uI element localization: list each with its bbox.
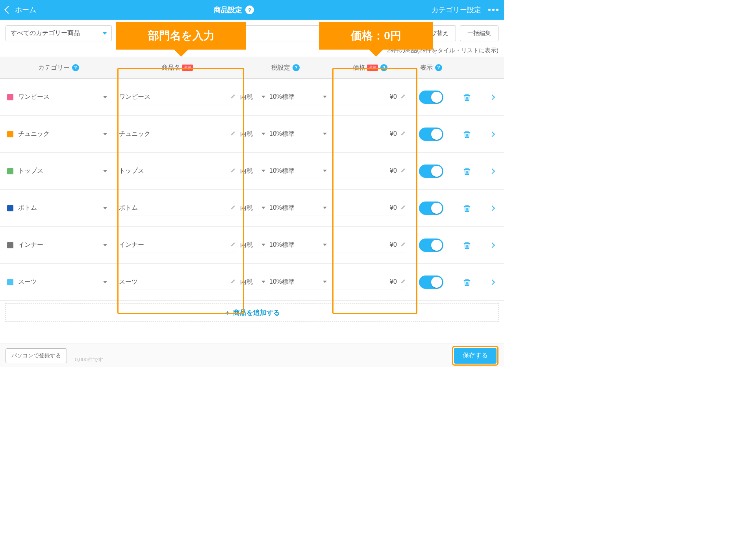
category-cell[interactable]: スーツ (0, 278, 114, 286)
product-name-input[interactable]: インナー (119, 237, 235, 253)
display-toggle[interactable] (419, 165, 443, 178)
required-badge: 必須 (367, 65, 378, 71)
trash-icon[interactable] (463, 241, 471, 250)
tax-rate-select[interactable]: 10%標準 (269, 274, 331, 290)
chevron-down-icon (103, 133, 107, 135)
back-label: ホーム (15, 5, 36, 15)
price-input[interactable]: ¥0 (335, 126, 406, 142)
pencil-icon (230, 168, 235, 174)
category-cell[interactable]: ボトム (0, 204, 114, 212)
price-input[interactable]: ¥0 (335, 200, 406, 216)
price-input[interactable]: ¥0 (335, 237, 406, 253)
chevron-down-icon (103, 96, 107, 98)
trash-icon[interactable] (463, 130, 471, 139)
chevron-down-icon (261, 170, 265, 172)
display-toggle[interactable] (419, 276, 443, 289)
tax-rate-select[interactable]: 10%標準 (269, 89, 331, 105)
price-input[interactable]: ¥0 (335, 163, 406, 179)
tax-rate-select[interactable]: 10%標準 (269, 200, 331, 216)
color-swatch (7, 94, 13, 100)
chevron-down-icon (261, 244, 265, 246)
plus-icon: ＋ (224, 308, 231, 317)
trash-icon[interactable] (463, 93, 471, 102)
price-input[interactable]: ¥0 (335, 89, 406, 105)
category-cell[interactable]: ワンピース (0, 93, 114, 101)
chevron-left-icon (4, 6, 12, 14)
category-settings-link[interactable]: カテゴリー設定 (432, 5, 481, 15)
tax-rate-select[interactable]: 10%標準 (269, 163, 331, 179)
bulk-edit-button[interactable]: 一括編集 (460, 25, 498, 41)
chevron-right-icon[interactable] (489, 94, 495, 100)
chevron-down-icon (261, 281, 265, 283)
chevron-right-icon[interactable] (489, 131, 495, 137)
chevron-right-icon[interactable] (489, 242, 495, 248)
chevron-down-icon (103, 281, 107, 283)
product-name-input[interactable]: トップス (119, 163, 235, 179)
required-badge: 必須 (182, 65, 193, 71)
save-highlight-frame: 保存する (452, 346, 498, 366)
product-name-input[interactable]: ボトム (119, 200, 235, 216)
register-on-pc-button[interactable]: パソコンで登録する (6, 348, 67, 363)
product-name-input[interactable]: ワンピース (119, 89, 235, 105)
price-input[interactable]: ¥0 (335, 274, 406, 290)
category-filter-select[interactable]: すべてのカテゴリー商品 (6, 25, 112, 41)
help-icon[interactable]: ? (380, 64, 387, 71)
chevron-right-icon[interactable] (489, 205, 495, 211)
tax-inclusion-select[interactable]: 内税 (240, 237, 265, 253)
chevron-right-icon[interactable] (489, 279, 495, 285)
pencil-icon (400, 242, 406, 248)
tax-rate-select[interactable]: 10%標準 (269, 237, 331, 253)
chevron-down-icon (261, 207, 265, 209)
pencil-icon (400, 279, 406, 285)
help-icon[interactable]: ? (435, 64, 442, 71)
table-row: スーツスーツ内税10%標準¥0 (0, 264, 504, 301)
chevron-down-icon (261, 96, 265, 98)
help-icon[interactable]: ? (293, 64, 300, 71)
trash-icon[interactable] (463, 167, 471, 176)
trash-icon[interactable] (463, 278, 471, 287)
tax-inclusion-select[interactable]: 内税 (240, 126, 265, 142)
display-toggle[interactable] (419, 128, 443, 141)
trash-icon[interactable] (463, 204, 471, 213)
chevron-right-icon[interactable] (489, 168, 495, 174)
save-button[interactable]: 保存する (454, 348, 497, 364)
table-row: チュニックチュニック内税10%標準¥0 (0, 116, 504, 153)
pencil-icon (400, 131, 406, 137)
color-swatch (7, 279, 13, 285)
help-icon[interactable]: ? (72, 64, 79, 71)
more-menu-icon[interactable] (488, 9, 498, 11)
tax-inclusion-select[interactable]: 内税 (240, 274, 265, 290)
add-product-button[interactable]: ＋ 商品を追加する (6, 303, 498, 322)
limit-text: 0,000件です (75, 356, 103, 363)
pencil-icon (230, 94, 235, 100)
pencil-icon (400, 205, 406, 211)
chevron-down-icon (323, 170, 327, 172)
display-toggle[interactable] (419, 239, 443, 252)
category-cell[interactable]: チュニック (0, 130, 114, 138)
pencil-icon (400, 168, 406, 174)
color-swatch (7, 131, 13, 137)
category-label: スーツ (18, 278, 37, 286)
app-header: ホーム 商品設定 ? カテゴリー設定 (0, 0, 504, 20)
tax-inclusion-select[interactable]: 内税 (240, 163, 265, 179)
color-swatch (7, 205, 13, 211)
pencil-icon (230, 242, 235, 248)
tax-rate-select[interactable]: 10%標準 (269, 126, 331, 142)
chevron-down-icon (323, 96, 327, 98)
category-cell[interactable]: トップス (0, 167, 114, 175)
tax-inclusion-select[interactable]: 内税 (240, 200, 265, 216)
product-name-input[interactable]: スーツ (119, 274, 235, 290)
help-icon[interactable]: ? (245, 6, 254, 14)
chevron-down-icon (323, 133, 327, 135)
category-label: トップス (18, 167, 43, 175)
table-row: ボトムボトム内税10%標準¥0 (0, 190, 504, 227)
tax-inclusion-select[interactable]: 内税 (240, 89, 265, 105)
color-swatch (7, 168, 13, 174)
pencil-icon (230, 131, 235, 137)
back-button[interactable]: ホーム (6, 5, 36, 15)
display-toggle[interactable] (419, 91, 443, 104)
display-toggle[interactable] (419, 202, 443, 215)
category-cell[interactable]: インナー (0, 241, 114, 249)
chevron-down-icon (103, 170, 107, 172)
product-name-input[interactable]: チュニック (119, 126, 235, 142)
